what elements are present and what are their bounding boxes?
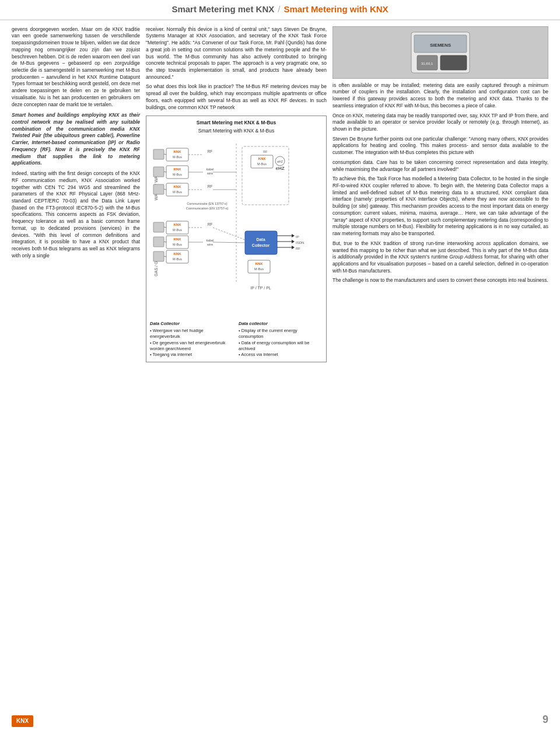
svg-text:RF: RF: [208, 222, 213, 226]
svg-line-47: [164, 227, 166, 228]
svg-text:SIEMENS: SIEMENS: [430, 43, 452, 48]
col-right-para4: consumption data. Care has to be taken c…: [332, 159, 548, 173]
col-right-para6: But, true to the KNX tradition of strong…: [332, 240, 548, 275]
diagram-title-nl: Smart Metering met KNX & M-Bus: [150, 120, 323, 127]
col-left-para1: gevens doorgegeven worden. Maar om de KN…: [12, 26, 140, 109]
svg-marker-65: [292, 246, 295, 249]
svg-text:31,60,1: 31,60,1: [421, 62, 433, 65]
svg-line-48: [164, 242, 166, 242]
col-right-para5: To achieve this, the Task Force has mode…: [332, 176, 548, 237]
dc-left-item-2: De gegevens van het energieverbruik word…: [150, 340, 234, 352]
svg-text:M-Bus: M-Bus: [173, 228, 182, 232]
svg-rect-37: [153, 251, 164, 261]
device-image: SIEMENS 31,60,1: [332, 26, 548, 79]
diagram-box: Smart Metering met KNX & M-Bus Smart Met…: [146, 116, 327, 362]
svg-text:eHZ: eHZ: [277, 160, 282, 163]
svg-line-25: [164, 172, 166, 172]
svg-rect-21: [153, 149, 164, 159]
dc-left-title: Data Collector: [150, 321, 234, 327]
header-title-en: Smart Metering with KNX: [284, 4, 388, 16]
svg-line-71: [213, 242, 245, 243]
col-left-italic-para: Smart homes and buildings employing KNX …: [12, 112, 140, 167]
col-right-para2: Once on KNX, metering data may be readil…: [332, 113, 548, 133]
col-right: SIEMENS 31,60,1 is often available or ma…: [332, 26, 548, 367]
svg-text:M-Bus: M-Bus: [173, 243, 182, 246]
svg-text:M-Bus: M-Bus: [173, 155, 182, 159]
dc-info: Data Collector Weergave van het huidige …: [150, 321, 323, 358]
dc-left-list: Weergave van het huidige energieverbruik…: [150, 328, 234, 358]
svg-text:Communication (EN 13757-x): Communication (EN 13757-x): [186, 207, 229, 210]
dc-left-item-1: Weergave van het huidige energieverbruik: [150, 328, 234, 340]
svg-marker-62: [292, 240, 295, 243]
dc-right-item-2: Data of energy consumption will be archi…: [239, 340, 323, 352]
svg-text:kabel: kabel: [206, 239, 214, 242]
svg-text:wire: wire: [206, 243, 213, 246]
col-left-para3: Indeed, starting with the first design c…: [12, 170, 140, 259]
svg-text:KNX: KNX: [174, 167, 181, 171]
col-middle-para1: receiver. Normally this device is a kind…: [146, 26, 327, 81]
dc-right-item-1: Display of the current energy consumptio…: [239, 328, 323, 340]
knx-logo: KNX: [12, 715, 33, 727]
svg-rect-35: [153, 222, 164, 232]
diagram-title-en: Smart Metering with KNX & M-Bus: [150, 128, 323, 135]
svg-rect-81: [440, 55, 467, 70]
main-columns: gevens doorgegeven worden. Maar om de KN…: [12, 26, 548, 367]
svg-rect-36: [153, 237, 164, 247]
header-title-nl: Smart Metering met KNX: [172, 4, 274, 16]
svg-text:M-Bus: M-Bus: [257, 162, 267, 166]
svg-text:Collector: Collector: [252, 243, 270, 247]
footer-knx-logo: KNX: [12, 715, 33, 727]
col-middle-para2: So what does this look like in practice?…: [146, 83, 327, 111]
svg-text:M-Bus: M-Bus: [173, 190, 182, 194]
svg-marker-59: [292, 234, 295, 237]
svg-text:M-Bus: M-Bus: [173, 173, 182, 176]
device-svg: SIEMENS 31,60,1: [408, 29, 473, 76]
col-right-para7: The challenge is now to the manufacturer…: [332, 277, 548, 284]
svg-rect-23: [153, 184, 164, 194]
svg-text:RF: RF: [208, 149, 213, 153]
svg-text:M-Bus: M-Bus: [254, 267, 264, 271]
header-divider: /: [278, 4, 280, 16]
svg-text:IP: IP: [296, 235, 299, 239]
footer-page-number: 9: [542, 712, 548, 727]
page-content: gevens doorgegeven worden. Maar om de KN…: [0, 20, 560, 379]
svg-line-26: [164, 189, 166, 190]
svg-text:KNX: KNX: [174, 237, 181, 241]
svg-text:RF: RF: [296, 247, 300, 250]
svg-text:Data: Data: [256, 237, 265, 242]
svg-text:KNX: KNX: [174, 252, 181, 256]
page-number: 9: [542, 714, 548, 725]
svg-text:M-Bus: M-Bus: [173, 257, 182, 261]
dc-right-title: Data collector: [239, 321, 323, 327]
svg-text:eHZ: eHZ: [275, 166, 284, 171]
dc-right-item-3: Access via Internet: [239, 352, 323, 358]
svg-text:KNX: KNX: [174, 223, 181, 226]
svg-text:RF: RF: [263, 150, 268, 153]
svg-line-24: [164, 154, 166, 155]
svg-text:kabel: kabel: [206, 167, 214, 171]
svg-text:Communicatie (EN 13757-x): Communicatie (EN 13757-x): [187, 202, 228, 205]
svg-line-49: [164, 256, 166, 257]
svg-text:IP / TP / PL: IP / TP / PL: [250, 286, 271, 290]
diagram-svg: WATER / WATER GAS / GAS KNX M-Bus RF KNX: [152, 138, 321, 319]
svg-text:KNX: KNX: [258, 157, 266, 160]
col-right-para1: is often available or may be installed; …: [332, 82, 548, 110]
col-left: gevens doorgegeven worden. Maar om de KN…: [12, 26, 140, 367]
svg-text:RF: RF: [208, 184, 213, 188]
svg-line-70: [213, 228, 245, 240]
dc-left-item-3: Toegang via internet: [150, 352, 234, 358]
svg-text:KNX: KNX: [174, 150, 181, 153]
col-right-para3: Steven De Bruyne further points out one …: [332, 136, 548, 156]
svg-text:wire: wire: [206, 172, 213, 175]
svg-text:ISDN: ISDN: [296, 241, 304, 244]
svg-rect-55: [245, 231, 277, 254]
page-header: Smart Metering met KNX / Smart Metering …: [0, 0, 560, 20]
svg-text:KNX: KNX: [174, 185, 181, 188]
svg-rect-22: [153, 167, 164, 177]
dc-right-info: Data collector Display of the current en…: [239, 321, 323, 358]
svg-text:KNX: KNX: [256, 262, 263, 265]
col-middle: receiver. Normally this device is a kind…: [146, 26, 327, 367]
dc-right-list: Display of the current energy consumptio…: [239, 328, 323, 358]
dc-left-info: Data Collector Weergave van het huidige …: [150, 321, 234, 358]
